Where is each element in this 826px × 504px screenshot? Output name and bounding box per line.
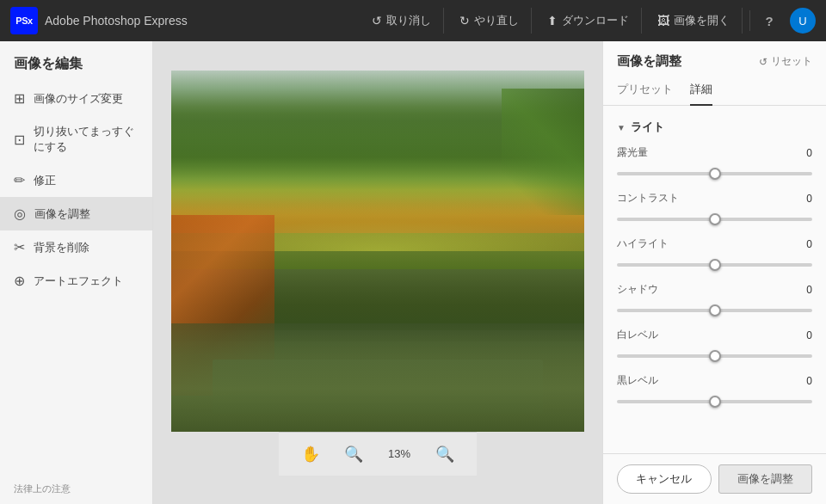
app-logo: PSx [10, 7, 38, 34]
open-image-button[interactable]: 🖼 画像を開く [645, 8, 743, 34]
open-icon: 🖼 [657, 14, 669, 28]
contrast-label: コントラスト [617, 191, 679, 206]
hand-icon: ✋ [301, 446, 320, 463]
zoom-out-icon: 🔍 [344, 446, 363, 463]
redo-icon: ↻ [459, 14, 470, 28]
zoom-in-icon: 🔍 [435, 446, 454, 463]
download-button[interactable]: ⬆ ダウンロード [535, 8, 642, 34]
effects-icon: ⊕ [14, 273, 25, 289]
sidebar-item-crop[interactable]: ⊡ 切り抜いてまっすぐにする [0, 115, 152, 163]
sidebar-item-remove-bg[interactable]: ✂ 背景を削除 [0, 230, 152, 264]
remove-bg-icon: ✂ [14, 239, 25, 255]
sidebar-item-label: アートエフェクト [34, 274, 123, 289]
white-level-slider-row: 白レベル 0 [617, 328, 812, 361]
exposure-slider[interactable] [617, 172, 812, 175]
right-panel-content: ▼ ライト 露光量 0 コントラスト 0 [603, 106, 826, 453]
exposure-value: 0 [795, 147, 812, 159]
sidebar-item-label: 背景を削除 [34, 240, 89, 255]
crop-icon: ⊡ [14, 132, 25, 148]
apply-adjust-button[interactable]: 画像を調整 [718, 464, 813, 494]
zoom-out-button[interactable]: 🔍 [339, 441, 368, 467]
canvas-image [171, 71, 584, 432]
main-layout: 画像を編集 ⊞ 画像のサイズ変更 ⊡ 切り抜いてまっすぐにする ✏ 修正 ◎ 画… [0, 41, 826, 504]
white-level-value: 0 [795, 329, 812, 341]
download-icon: ⬆ [547, 14, 558, 28]
header-actions: ↺ 取り消し ↻ やり直し ⬆ ダウンロード 🖼 画像を開く ? U [360, 8, 816, 34]
help-button[interactable]: ? [757, 9, 781, 33]
white-level-slider[interactable] [617, 354, 812, 358]
exposure-label: 露光量 [617, 145, 648, 160]
adjust-icon: ◎ [14, 206, 26, 222]
sidebar-title: 画像を編集 [0, 41, 152, 82]
black-level-slider[interactable] [617, 400, 812, 403]
highlight-value: 0 [795, 238, 812, 250]
highlight-slider-row: ハイライト 0 [617, 237, 812, 270]
image-container [171, 71, 584, 432]
undo-button[interactable]: ↺ 取り消し [360, 8, 444, 34]
sidebar-item-label: 画像のサイズ変更 [34, 91, 123, 107]
chevron-down-icon: ▼ [617, 123, 626, 132]
logo-area: PSx Adobe Photoshop Express [10, 7, 188, 34]
avatar[interactable]: U [790, 8, 816, 34]
sidebar-item-adjust[interactable]: ◎ 画像を調整 [0, 197, 152, 230]
right-panel-header: 画像を調整 ↺ リセット [603, 41, 826, 77]
redo-button[interactable]: ↻ やり直し [447, 8, 532, 34]
cancel-button[interactable]: キャンセル [617, 464, 712, 494]
sidebar-item-label: 画像を調整 [34, 206, 90, 222]
canvas-area: ✋ 🔍 13% 🔍 [153, 41, 602, 504]
shadow-label: シャドウ [617, 282, 658, 297]
sidebar-item-label: 切り抜いてまっすぐにする [34, 124, 139, 155]
black-level-slider-row: 黒レベル 0 [617, 373, 812, 407]
resize-icon: ⊞ [14, 90, 25, 107]
black-level-label: 黒レベル [617, 373, 658, 388]
tab-preset[interactable]: プリセット [617, 77, 673, 106]
reset-button[interactable]: ↺ リセット [759, 54, 812, 69]
shadow-slider-row: シャドウ 0 [617, 282, 812, 316]
shadow-slider[interactable] [617, 309, 812, 312]
sidebar-item-label: 修正 [34, 173, 56, 188]
right-panel-title: 画像を調整 [617, 53, 681, 70]
header-divider [749, 10, 750, 31]
sidebar-item-fix[interactable]: ✏ 修正 [0, 163, 152, 197]
reset-icon: ↺ [759, 56, 767, 68]
right-panel-tabs: プリセット 詳細 [603, 77, 826, 106]
tab-detail[interactable]: 詳細 [690, 77, 712, 106]
sidebar-footer[interactable]: 法律上の注意 [0, 474, 152, 504]
right-panel-footer: キャンセル 画像を調整 [603, 453, 826, 504]
fix-icon: ✏ [14, 172, 25, 188]
canvas-toolbar: ✋ 🔍 13% 🔍 [279, 432, 477, 476]
hand-tool-button[interactable]: ✋ [296, 441, 325, 467]
sidebar-item-resize[interactable]: ⊞ 画像のサイズ変更 [0, 82, 152, 115]
sidebar: 画像を編集 ⊞ 画像のサイズ変更 ⊡ 切り抜いてまっすぐにする ✏ 修正 ◎ 画… [0, 41, 153, 504]
contrast-slider-row: コントラスト 0 [617, 191, 812, 224]
shadow-value: 0 [795, 284, 812, 296]
zoom-in-button[interactable]: 🔍 [430, 441, 459, 467]
white-level-label: 白レベル [617, 328, 658, 342]
light-section-header[interactable]: ▼ ライト [617, 120, 812, 135]
black-level-value: 0 [795, 375, 812, 387]
exposure-slider-row: 露光量 0 [617, 145, 812, 179]
contrast-value: 0 [795, 193, 812, 205]
highlight-slider[interactable] [617, 263, 812, 267]
contrast-slider[interactable] [617, 218, 812, 221]
app-title: Adobe Photoshop Express [45, 14, 188, 28]
highlight-label: ハイライト [617, 237, 669, 251]
sidebar-item-effects[interactable]: ⊕ アートエフェクト [0, 264, 152, 298]
right-panel: 画像を調整 ↺ リセット プリセット 詳細 ▼ ライト 露光量 0 [602, 41, 826, 504]
app-header: PSx Adobe Photoshop Express ↺ 取り消し ↻ やり直… [0, 0, 826, 41]
undo-icon: ↺ [372, 14, 382, 28]
zoom-level: 13% [382, 447, 416, 460]
